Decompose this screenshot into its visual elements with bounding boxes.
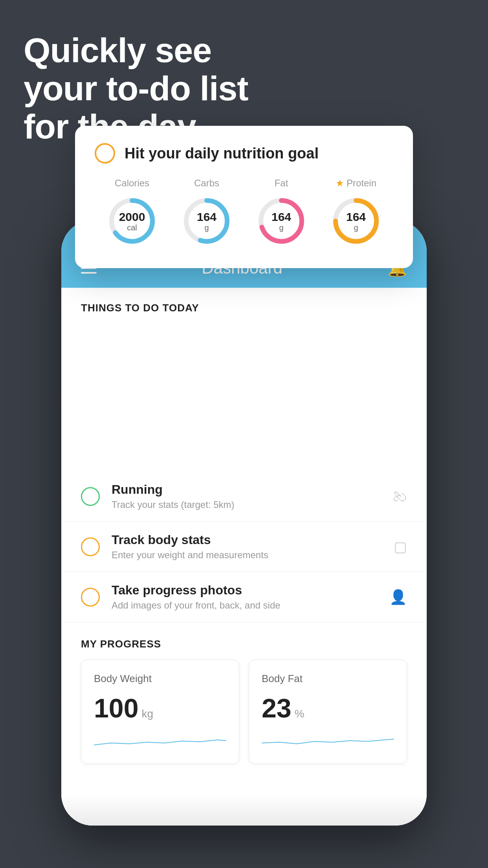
- shoe-icon: 🙠: [393, 488, 407, 505]
- todo-text-body-stats: Track body stats Enter your weight and m…: [112, 533, 382, 561]
- body-weight-card[interactable]: Body Weight 100 kg: [81, 660, 239, 764]
- todo-text-running: Running Track your stats (target: 5km): [112, 482, 381, 510]
- carbs-donut: 164 g: [179, 193, 234, 248]
- calories-value: 2000: [119, 210, 145, 223]
- todo-title-body-stats: Track body stats: [112, 533, 382, 547]
- todo-check-body-stats[interactable]: [81, 537, 100, 556]
- todo-list: Running Track your stats (target: 5km) 🙠…: [61, 471, 427, 622]
- todo-check-running[interactable]: [81, 487, 100, 506]
- todo-item-progress-photos[interactable]: Take progress photos Add images of your …: [61, 572, 427, 622]
- progress-section-title: MY PROGRESS: [81, 638, 407, 650]
- body-weight-value-row: 100 kg: [94, 693, 226, 723]
- body-weight-unit: kg: [141, 708, 153, 720]
- body-fat-number: 23: [262, 693, 292, 723]
- protein-donut: 164 g: [328, 193, 383, 248]
- todo-title-running: Running: [112, 482, 381, 497]
- todo-subtitle-body-stats: Enter your weight and measurements: [112, 550, 382, 561]
- carbs-label: Carbs: [194, 178, 219, 189]
- body-weight-number: 100: [94, 693, 138, 723]
- phone-mockup: 9:41 ∿ Dashboard 🔔 THINGS TO DO TODA: [61, 220, 427, 826]
- calories-label: Calories: [115, 178, 149, 189]
- person-icon: 👤: [389, 589, 407, 605]
- progress-cards: Body Weight 100 kg Body Fat 23: [81, 660, 407, 764]
- fat-unit: g: [272, 223, 291, 232]
- nutrition-card: Hit your daily nutrition goal Calories 2…: [75, 126, 413, 268]
- nutrition-card-header: Hit your daily nutrition goal: [95, 143, 393, 164]
- body-fat-card[interactable]: Body Fat 23 %: [249, 660, 407, 764]
- protein-star-icon: ★: [336, 178, 344, 189]
- nutrition-carbs: Carbs 164 g: [179, 178, 234, 248]
- nutrition-fat: Fat 164 g: [254, 178, 309, 248]
- body-fat-value-row: 23 %: [262, 693, 394, 723]
- carbs-unit: g: [197, 223, 216, 232]
- body-fat-unit: %: [295, 708, 305, 720]
- todo-item-running[interactable]: Running Track your stats (target: 5km) 🙠: [61, 471, 427, 522]
- todo-subtitle-running: Track your stats (target: 5km): [112, 499, 381, 510]
- body-weight-chart: [94, 731, 226, 751]
- todo-subtitle-progress-photos: Add images of your front, back, and side: [112, 600, 378, 611]
- protein-value: 164: [346, 210, 366, 223]
- protein-label: ★ Protein: [336, 178, 376, 189]
- nutrition-grid: Calories 2000 cal Carbs: [95, 178, 393, 248]
- things-to-do-header: THINGS TO DO TODAY: [61, 288, 427, 322]
- fat-value: 164: [272, 210, 291, 223]
- protein-unit: g: [346, 223, 366, 232]
- scale-icon: ▢: [394, 539, 407, 555]
- my-progress-section: MY PROGRESS Body Weight 100 kg: [61, 622, 427, 764]
- body-fat-chart: [262, 731, 394, 751]
- body-fat-card-title: Body Fat: [262, 673, 394, 685]
- calories-donut: 2000 cal: [105, 193, 160, 248]
- fat-donut: 164 g: [254, 193, 309, 248]
- todo-title-progress-photos: Take progress photos: [112, 583, 378, 598]
- protein-value-center: 164 g: [346, 210, 366, 232]
- fat-value-center: 164 g: [272, 210, 291, 232]
- nutrition-calories: Calories 2000 cal: [105, 178, 160, 248]
- calories-unit: cal: [119, 223, 145, 232]
- nutrition-card-title: Hit your daily nutrition goal: [125, 145, 319, 162]
- body-weight-card-title: Body Weight: [94, 673, 226, 685]
- todo-text-progress-photos: Take progress photos Add images of your …: [112, 583, 378, 611]
- calories-value-center: 2000 cal: [119, 210, 145, 232]
- todo-check-progress-photos[interactable]: [81, 588, 100, 607]
- nutrition-protein: ★ Protein 164 g: [328, 178, 383, 248]
- nutrition-check-circle[interactable]: [95, 143, 115, 164]
- fat-label: Fat: [275, 178, 288, 189]
- carbs-value-center: 164 g: [197, 210, 216, 232]
- carbs-value: 164: [197, 210, 216, 223]
- app-screen: THINGS TO DO TODAY Running Track your st…: [61, 288, 427, 826]
- todo-item-body-stats[interactable]: Track body stats Enter your weight and m…: [61, 522, 427, 572]
